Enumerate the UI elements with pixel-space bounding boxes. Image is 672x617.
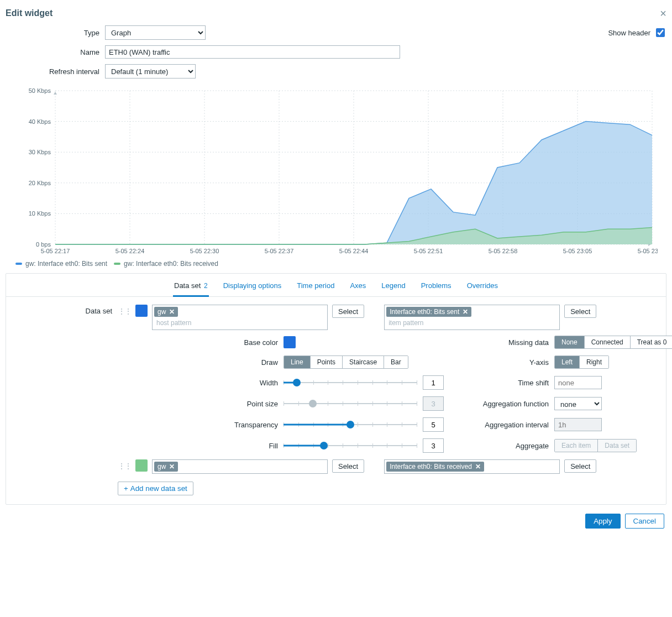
color-chip[interactable] [135, 459, 148, 472]
type-select[interactable]: Graph [105, 25, 206, 40]
legend-label-2: gw: Interface eth0: Bits received [124, 260, 218, 268]
missing-data-segment: None Connected Treat as 0 [554, 336, 672, 349]
remove-token-icon[interactable]: ✕ [169, 463, 175, 470]
draw-bar[interactable]: Bar [384, 356, 408, 368]
svg-text:5-05 22:44: 5-05 22:44 [339, 248, 369, 254]
fill-slider[interactable] [284, 440, 417, 451]
aggregate-label: Aggregate [444, 442, 554, 450]
row-refresh: Refresh interval Default (1 minute) [6, 64, 666, 79]
row-name: Name [6, 45, 666, 59]
close-icon[interactable]: × [660, 8, 666, 19]
tab-time-period[interactable]: Time period [296, 279, 335, 296]
aggregate-data-set: Data set [598, 440, 636, 452]
pointsize-label: Point size [118, 400, 284, 408]
draw-segment: Line Points Staircase Bar [284, 355, 408, 369]
chart-svg: 0 bps10 Kbps20 Kbps30 Kbps40 Kbps50 Kbps… [6, 86, 658, 258]
legend-swatch-2 [114, 263, 120, 265]
item-placeholder: item pattern [386, 318, 558, 328]
dialog-title: Edit widget [6, 8, 53, 18]
item-token: Interface eth0: Bits received ✕ [386, 462, 484, 472]
missing-treat0[interactable]: Treat as 0 [631, 336, 672, 348]
aggregate-segment: Each item Data set [554, 439, 637, 452]
dialog-header: Edit widget × [6, 6, 666, 25]
svg-text:5-05 23:12: 5-05 23:12 [638, 248, 658, 254]
yaxis-left[interactable]: Left [555, 356, 580, 368]
name-input[interactable] [105, 45, 400, 59]
draw-staircase[interactable]: Staircase [343, 356, 384, 368]
fill-value[interactable] [423, 438, 444, 453]
apply-button[interactable]: Apply [585, 514, 620, 529]
base-color-chip[interactable] [284, 336, 296, 348]
yaxis-right[interactable]: Right [580, 356, 608, 368]
host-pattern-input[interactable]: gw ✕ host pattern [152, 305, 328, 330]
host-token: gw ✕ [154, 462, 178, 472]
remove-token-icon[interactable]: ✕ [463, 308, 468, 316]
tab-legend[interactable]: Legend [380, 279, 406, 296]
tab-data-set[interactable]: Data set 2 [173, 279, 209, 297]
item-pattern-input[interactable]: Interface eth0: Bits sent ✕ item pattern [384, 305, 560, 330]
transparency-value[interactable] [423, 417, 444, 432]
plus-icon: + [124, 484, 128, 493]
width-value[interactable] [423, 375, 444, 390]
remove-token-icon[interactable]: ✕ [169, 308, 175, 316]
select-host-button[interactable]: Select [332, 459, 364, 473]
dataset-row: ⋮⋮ gw ✕ host pattern Select Interface et… [118, 305, 672, 330]
type-label: Type [6, 29, 105, 37]
drag-handle-icon[interactable]: ⋮⋮ [118, 459, 131, 470]
drag-handle-icon[interactable]: ⋮⋮ [118, 305, 131, 316]
tab-axes[interactable]: Axes [349, 279, 367, 296]
draw-line[interactable]: Line [284, 356, 311, 368]
base-color-label: Base color [118, 338, 284, 347]
missing-data-label: Missing data [444, 338, 554, 347]
draw-points[interactable]: Points [311, 356, 343, 368]
svg-text:5-05 22:37: 5-05 22:37 [265, 248, 294, 254]
svg-text:40 Kbps: 40 Kbps [29, 118, 51, 125]
svg-text:5-05 22:58: 5-05 22:58 [489, 248, 518, 254]
yaxis-label: Y-axis [444, 358, 554, 367]
tab-displaying-options[interactable]: Displaying options [222, 279, 283, 296]
host-placeholder: host pattern [154, 318, 326, 328]
width-label: Width [118, 379, 284, 387]
select-item-button[interactable]: Select [564, 305, 596, 318]
svg-text:5-05 22:51: 5-05 22:51 [414, 248, 443, 254]
svg-text:50 Kbps: 50 Kbps [29, 87, 51, 94]
item-pattern-input[interactable]: Interface eth0: Bits received ✕ [384, 459, 560, 474]
select-item-button[interactable]: Select [564, 459, 596, 473]
show-header-checkbox[interactable] [656, 28, 665, 37]
name-label: Name [6, 48, 105, 56]
refresh-select[interactable]: Default (1 minute) [105, 64, 196, 79]
dataset-section-label: Data set [13, 305, 112, 495]
missing-connected[interactable]: Connected [585, 336, 631, 348]
svg-text:20 Kbps: 20 Kbps [29, 180, 51, 186]
missing-none[interactable]: None [555, 336, 585, 348]
svg-text:0 bps: 0 bps [36, 241, 51, 248]
agginterval-label: Aggregation interval [444, 421, 554, 429]
aggfunc-select[interactable]: none [554, 397, 602, 410]
draw-label: Draw [118, 358, 284, 367]
host-pattern-input[interactable]: gw ✕ [152, 459, 328, 474]
tabs: Data set 2 Displaying options Time perio… [6, 274, 666, 297]
cancel-button[interactable]: Cancel [625, 514, 665, 529]
item-token: Interface eth0: Bits sent ✕ [386, 307, 471, 317]
yaxis-segment: Left Right [554, 355, 609, 369]
add-dataset-button[interactable]: + Add new data set [118, 482, 193, 495]
svg-text:5-05 22:17: 5-05 22:17 [41, 248, 70, 254]
timeshift-input[interactable] [554, 376, 602, 389]
show-header-wrap: Show header [608, 27, 666, 39]
width-slider[interactable] [284, 377, 417, 388]
color-chip[interactable] [135, 305, 148, 317]
select-host-button[interactable]: Select [332, 305, 364, 318]
remove-token-icon[interactable]: ✕ [475, 463, 481, 470]
row-type: Type Graph Show header [6, 25, 666, 40]
host-token: gw ✕ [154, 307, 178, 317]
agginterval-input [554, 418, 602, 431]
refresh-label: Refresh interval [6, 67, 105, 76]
pointsize-slider [284, 398, 417, 409]
tab-problems[interactable]: Problems [420, 279, 453, 296]
dialog-footer: Apply Cancel [6, 505, 666, 531]
aggregate-each-item: Each item [555, 440, 598, 452]
tab-overrides[interactable]: Overrides [466, 279, 499, 296]
dataset-settings: Base color Missing data None Connected T… [118, 336, 672, 453]
timeshift-label: Time shift [444, 379, 554, 387]
transparency-slider[interactable] [284, 419, 417, 430]
